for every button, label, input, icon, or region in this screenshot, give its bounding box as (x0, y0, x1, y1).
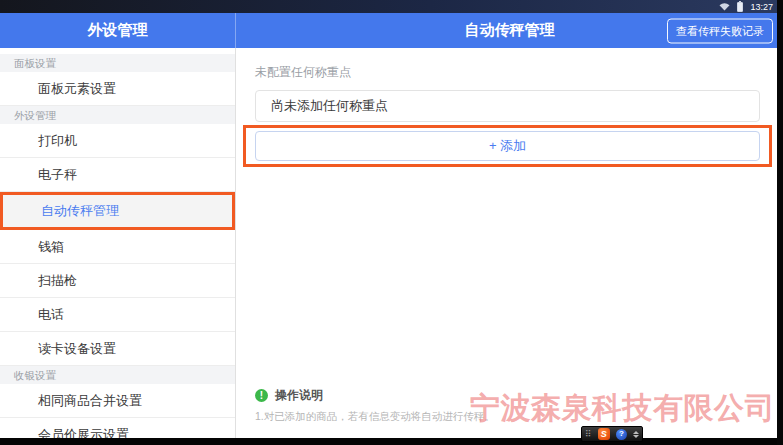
empty-state-label: 未配置任何称重点 (255, 64, 351, 81)
main-content: 未配置任何称重点 尚未添加任何称重点 + 添加 ! 操作说明 1.对已添加的商品… (236, 48, 777, 438)
sidebar-header: 外设管理 (0, 13, 236, 48)
sidebar-item-merge-same-goods[interactable]: 相同商品合并设置 (0, 384, 235, 418)
app-header: 外设管理 自动传秤管理 查看传秤失败记录 (0, 13, 783, 48)
view-failed-records-button[interactable]: 查看传秤失败记录 (667, 18, 773, 43)
status-bar: 13:27 (0, 0, 783, 13)
help-question-icon[interactable]: ? (616, 429, 627, 440)
sidebar-section-cashier-settings: 收银设置 (0, 366, 235, 384)
sidebar-item-card-reader-settings[interactable]: 读卡设备设置 (0, 332, 235, 366)
sunlogin-s-icon[interactable]: S (598, 428, 610, 440)
sidebar-item-cash-drawer[interactable]: 钱箱 (0, 230, 235, 264)
battery-icon (737, 2, 743, 12)
empty-state-box: 尚未添加任何称重点 (255, 90, 760, 122)
right-edge-strip (777, 0, 783, 445)
collapse-chevrons-icon[interactable] (633, 431, 639, 438)
instruction-line: 1.对已添加的商品，若有信息变动将自动进行传秤。 (255, 410, 495, 424)
sidebar-item-scanner-gun[interactable]: 扫描枪 (0, 264, 235, 298)
main-header: 自动传秤管理 查看传秤失败记录 (236, 13, 783, 48)
sidebar-item-electronic-scale[interactable]: 电子秤 (0, 158, 235, 192)
floating-toolbar: ⠿ S ? (581, 426, 643, 442)
sidebar-item-printer[interactable]: 打印机 (0, 124, 235, 158)
instruction-green-icon: ! (255, 389, 268, 402)
page-title: 自动传秤管理 (465, 21, 555, 40)
status-time: 13:27 (750, 2, 773, 12)
sidebar-item-member-price-display[interactable]: 会员价展示设置 (0, 418, 235, 438)
add-button-annotation: + 添加 (243, 125, 772, 167)
sidebar-item-phone[interactable]: 电话 (0, 298, 235, 332)
bottom-taskbar-strip (0, 438, 783, 445)
sidebar-item-auto-scale-management[interactable]: 自动传秤管理 (0, 192, 235, 230)
sidebar-item-panel-elements[interactable]: 面板元素设置 (0, 72, 235, 106)
instructions-title: 操作说明 (275, 387, 323, 404)
instructions-block: ! 操作说明 1.对已添加的商品，若有信息变动将自动进行传秤。 (255, 387, 495, 424)
sidebar-section-peripherals: 外设管理 (0, 106, 235, 124)
company-watermark: 宁波森泉科技有限公司 (470, 388, 775, 429)
sidebar: 面板设置 面板元素设置 外设管理 打印机 电子秤 自动传秤管理 钱箱 扫描枪 电… (0, 48, 236, 438)
keyboard-grid-icon[interactable]: ⠿ (585, 430, 592, 439)
sidebar-title: 外设管理 (88, 21, 148, 40)
add-weighing-point-button[interactable]: + 添加 (255, 131, 760, 161)
sidebar-section-panel-settings: 面板设置 (0, 54, 235, 72)
wifi-icon (719, 3, 730, 11)
screen: 13:27 外设管理 自动传秤管理 查看传秤失败记录 面板设置 面板元素设置 外… (0, 0, 783, 445)
